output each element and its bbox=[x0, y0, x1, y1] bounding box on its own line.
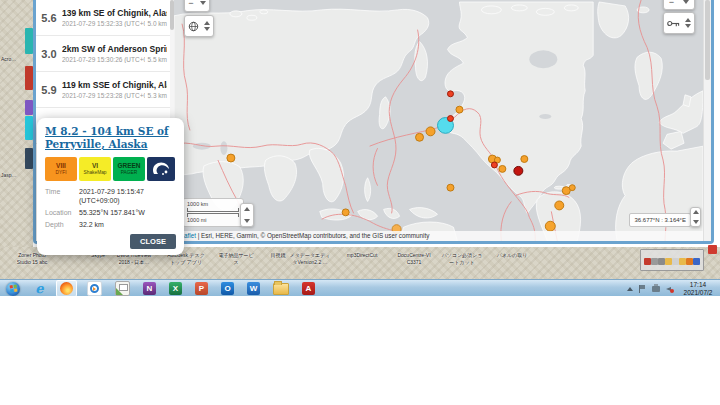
chevron-down-icon[interactable] bbox=[204, 27, 210, 31]
clock-date: 2021/07/2 bbox=[677, 289, 719, 297]
desktop-icon-label[interactable]: メタデータエディタVersion2.2 … bbox=[284, 252, 336, 265]
location-field: Location 55.325°N 157.841°W bbox=[45, 208, 176, 217]
tsunami-badge[interactable] bbox=[147, 157, 175, 181]
tray-app-icon[interactable] bbox=[644, 258, 651, 265]
tray-app-icon[interactable] bbox=[679, 258, 686, 265]
key-icon bbox=[667, 19, 680, 28]
tray-app-icon[interactable] bbox=[686, 258, 693, 265]
shakemap-badge[interactable]: VI ShakeMap bbox=[79, 157, 111, 181]
desktop-mail-icon[interactable] bbox=[115, 281, 130, 296]
minus-icon: − bbox=[188, 0, 193, 7]
onenote-icon[interactable]: N bbox=[143, 282, 156, 295]
location-value: 55.325°N 157.841°W bbox=[79, 208, 145, 217]
page-scrollbar[interactable] bbox=[703, 0, 711, 241]
coords-toggle-control[interactable] bbox=[690, 207, 701, 227]
event-detail-popup: M 8.2 - 104 km SE of Perryville, Alaska … bbox=[37, 118, 184, 255]
desktop-icon-fragment[interactable] bbox=[25, 28, 33, 54]
magnitude: 5.9 bbox=[36, 84, 62, 96]
quake-marker[interactable] bbox=[447, 184, 454, 191]
quake-time: 2021-07-29 15:30:26 (UTC+0… bbox=[62, 56, 145, 63]
dyfi-label: DYFI bbox=[56, 170, 67, 176]
quake-marker[interactable] bbox=[545, 221, 555, 231]
quake-marker[interactable] bbox=[569, 185, 575, 191]
excel-icon[interactable]: X bbox=[169, 282, 182, 295]
quake-marker[interactable] bbox=[447, 91, 453, 97]
quake-marker[interactable] bbox=[514, 166, 523, 175]
volume-icon[interactable] bbox=[666, 286, 672, 292]
desktop-icon-label[interactable]: パネルの取り bbox=[486, 252, 538, 259]
file-explorer-icon[interactable] bbox=[273, 283, 289, 295]
quake-marker[interactable] bbox=[521, 156, 528, 163]
collapsed-control[interactable]: − bbox=[663, 0, 695, 10]
desktop-icon-fragment[interactable] bbox=[25, 66, 33, 90]
desktop-icon-label[interactable]: mp3DirectCut bbox=[336, 252, 388, 259]
printer-icon[interactable] bbox=[652, 286, 660, 292]
scale-toggle-control[interactable] bbox=[240, 203, 254, 227]
internet-explorer-icon[interactable]: e bbox=[33, 282, 46, 295]
quake-list-item[interactable]: 5.9 119 km SSE of Chignik, Alas… 2021-07… bbox=[36, 72, 170, 108]
desktop-icon-fragment[interactable] bbox=[25, 148, 33, 169]
clock-time: 17:14 bbox=[677, 281, 719, 289]
world-map[interactable]: − − bbox=[174, 0, 703, 241]
earthquake-list: 5.6 139 km SE of Chignik, Alaska 2021-07… bbox=[36, 0, 170, 241]
desktop-icon-label[interactable]: DocuCentre-VIC3371 bbox=[388, 252, 440, 265]
tray-app-icon[interactable] bbox=[658, 258, 665, 265]
basemap-control[interactable] bbox=[184, 15, 214, 37]
chevron-up-icon bbox=[244, 207, 250, 211]
scale-km-bar bbox=[187, 208, 239, 212]
magnitude: 3.0 bbox=[36, 48, 62, 60]
quake-list-item[interactable]: 3.0 2km SW of Anderson Springs… 2021-07-… bbox=[36, 36, 170, 72]
outlook-icon[interactable]: O bbox=[221, 282, 234, 295]
map-attribution: Leaflet | Esri, HERE, Garmin, © OpenStre… bbox=[174, 231, 703, 241]
legend-key-control[interactable] bbox=[663, 12, 695, 34]
dyfi-badge[interactable]: VIII DYFI bbox=[45, 157, 77, 181]
zoom-out-control[interactable]: − bbox=[184, 0, 210, 12]
desktop-icon-label[interactable]: パソコン必須ショートカット bbox=[436, 252, 488, 265]
chevron-up-icon[interactable] bbox=[204, 21, 210, 25]
close-button[interactable]: CLOSE bbox=[130, 234, 176, 249]
pager-badge[interactable]: GREEN PAGER bbox=[113, 157, 145, 181]
desktop-icon-fragment[interactable] bbox=[25, 100, 33, 115]
quake-marker[interactable] bbox=[227, 154, 235, 162]
quake-marker[interactable] bbox=[456, 106, 463, 113]
quake-marker[interactable] bbox=[491, 162, 497, 168]
chevron-up-icon bbox=[693, 210, 699, 214]
dyfi-value: VIII bbox=[56, 162, 66, 170]
start-button[interactable] bbox=[6, 282, 20, 296]
acrobat-icon[interactable]: A bbox=[302, 282, 315, 295]
quake-marker[interactable] bbox=[426, 127, 435, 136]
chevron-down-icon[interactable] bbox=[685, 24, 691, 28]
show-hidden-icons[interactable] bbox=[627, 287, 633, 291]
depth-value: 32.2 km bbox=[79, 220, 104, 229]
browser-window: 5.6 139 km SE of Chignik, Alaska 2021-07… bbox=[33, 0, 714, 244]
impact-badges: VIII DYFI VI ShakeMap GREEN PAGER bbox=[45, 157, 176, 181]
action-center-flag-icon[interactable] bbox=[639, 285, 646, 293]
tray-app-icon[interactable] bbox=[693, 258, 700, 265]
firefox-taskbar-button[interactable] bbox=[56, 280, 77, 297]
magnitude: 5.6 bbox=[36, 12, 62, 24]
taskbar-clock[interactable]: 17:14 2021/07/2 bbox=[677, 281, 719, 296]
shakemap-value: VI bbox=[92, 162, 98, 170]
word-icon[interactable]: W bbox=[247, 282, 260, 295]
quake-marker[interactable] bbox=[342, 209, 349, 216]
quake-list-item[interactable]: 5.6 139 km SE of Chignik, Alaska 2021-07… bbox=[36, 0, 170, 36]
notification-icon[interactable] bbox=[708, 245, 717, 254]
desktop-icon-fragment[interactable] bbox=[25, 116, 33, 140]
quake-marker[interactable] bbox=[416, 133, 424, 141]
chevron-down-icon bbox=[693, 220, 699, 224]
quake-marker[interactable] bbox=[447, 116, 453, 122]
tray-app-icon[interactable] bbox=[651, 258, 658, 265]
quake-depth: 5.0 km bbox=[145, 20, 167, 27]
cursor-coordinates: 36.677°N : 3.164°E bbox=[629, 213, 691, 227]
depth-field: Depth 32.2 km bbox=[45, 220, 176, 229]
tray-app-icon[interactable] bbox=[672, 258, 679, 265]
tsunami-wave-icon bbox=[150, 160, 172, 178]
powerpoint-icon[interactable]: P bbox=[195, 282, 208, 295]
event-title-link[interactable]: M 8.2 - 104 km SE of Perryville, Alaska bbox=[45, 125, 176, 151]
chevron-up-icon[interactable] bbox=[685, 18, 691, 22]
media-player-icon[interactable] bbox=[87, 281, 102, 296]
tray-app-icon[interactable] bbox=[665, 258, 672, 265]
quake-marker[interactable] bbox=[555, 201, 564, 210]
quake-marker[interactable] bbox=[499, 165, 506, 172]
firefox-icon bbox=[60, 282, 73, 295]
